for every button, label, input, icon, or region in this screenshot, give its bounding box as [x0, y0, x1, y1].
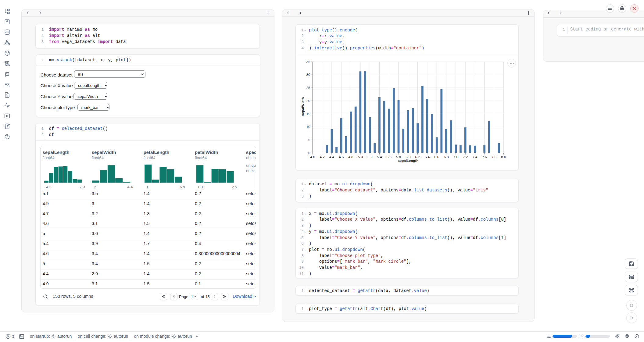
- svg-text:10: 10: [306, 125, 310, 129]
- svg-text:7.8: 7.8: [492, 155, 496, 159]
- svg-text:4.6: 4.6: [339, 155, 344, 159]
- svg-text:25: 25: [306, 86, 310, 90]
- svg-text:7.2: 7.2: [463, 155, 468, 159]
- svg-text:6.6: 6.6: [434, 155, 439, 159]
- svg-text:4.2: 4.2: [320, 155, 325, 159]
- svg-text:sepalLength: sepalLength: [398, 159, 418, 162]
- svg-text:4.8: 4.8: [349, 155, 353, 159]
- svg-text:7.4: 7.4: [472, 155, 478, 159]
- svg-text:15: 15: [306, 112, 310, 116]
- svg-text:6.8: 6.8: [444, 155, 449, 159]
- svg-text:5.4: 5.4: [377, 155, 382, 159]
- svg-text:4.4: 4.4: [329, 155, 335, 159]
- svg-text:6.0: 6.0: [406, 155, 410, 159]
- svg-text:4.0: 4.0: [310, 155, 315, 159]
- svg-text:5.8: 5.8: [396, 155, 401, 159]
- svg-text:0: 0: [308, 151, 310, 155]
- svg-text:sepalWidth: sepalWidth: [301, 97, 305, 116]
- svg-text:7.0: 7.0: [453, 155, 458, 159]
- svg-text:7.6: 7.6: [482, 155, 487, 159]
- svg-text:8.0: 8.0: [501, 155, 506, 159]
- svg-text:5: 5: [308, 138, 310, 142]
- svg-text:5.6: 5.6: [387, 155, 392, 159]
- svg-text:6.2: 6.2: [415, 155, 420, 159]
- svg-text:20: 20: [306, 99, 310, 103]
- svg-text:30: 30: [306, 73, 310, 77]
- svg-text:6.4: 6.4: [425, 155, 430, 159]
- svg-text:5.2: 5.2: [367, 155, 372, 159]
- svg-text:35: 35: [306, 60, 310, 64]
- svg-text:5.0: 5.0: [358, 155, 363, 159]
